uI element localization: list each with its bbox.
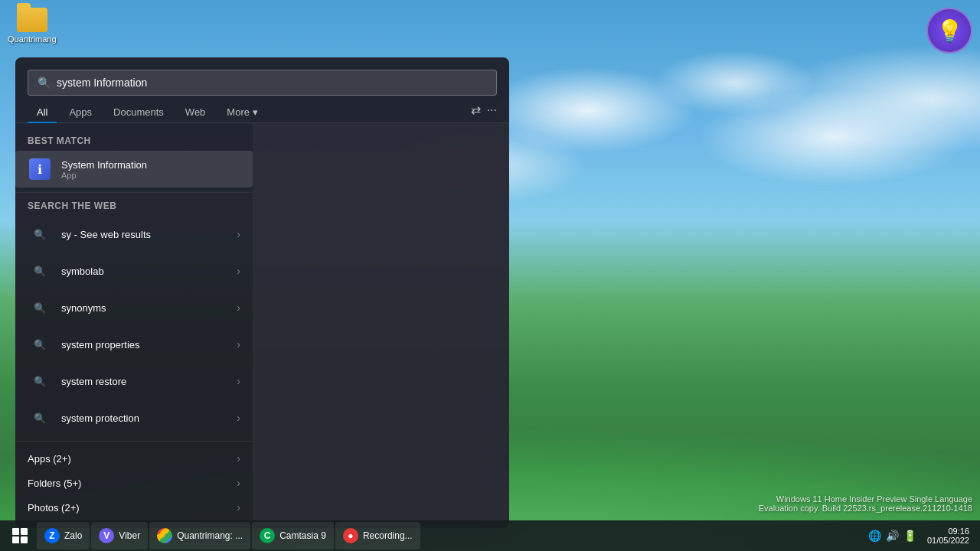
chevron-apps: › [237,452,240,465]
search-box[interactable]: 🔍 [28,70,497,96]
apps-label: Apps (2+) [28,453,227,465]
chevron-folders: › [237,477,240,489]
result-text-system-properties: system properties [61,339,227,350]
chevron-right-icon-3: › [237,302,240,314]
folder-label: Quantrimang [8,34,57,44]
camtasia-label: Camtasia 9 [279,530,326,541]
clock-time: 09:16 [948,527,969,536]
taskbar-app-chrome[interactable]: Quantrimang: ... [149,522,250,549]
divider-1 [15,192,253,193]
quantrimang-label: Quantrimang: ... [177,530,243,541]
battery-icon[interactable]: 🔋 [903,530,916,542]
windows-logo-icon [12,528,28,543]
result-text-synonyms: synonyms [61,302,227,314]
start-button[interactable] [6,522,34,549]
desktop-folder[interactable]: Quantrimang [8,8,57,44]
folders-category[interactable]: Folders (5+) › [15,471,253,495]
camtasia-icon: C [260,528,275,543]
more-options-icon[interactable]: ··· [487,103,497,117]
folders-label: Folders (5+) [28,478,227,489]
system-info-icon: ℹ [28,157,52,181]
search-icon: 🔍 [38,77,51,89]
web-search-icon-1: 🔍 [28,222,52,246]
chevron-right-icon-2: › [237,265,240,277]
search-input[interactable] [57,77,487,89]
os-line1: Windows 11 Home Insider Preview Single L… [759,494,972,504]
web-search-icon-4: 🔍 [28,332,52,357]
divider-2 [15,441,253,442]
result-text-system-info: System Information App [61,159,240,180]
result-synonyms[interactable]: 🔍 synonyms › [15,289,253,326]
best-match-label: Best match [15,132,253,151]
taskbar-app-recording[interactable]: ● Recording... [335,522,420,549]
chevron-right-icon-1: › [237,228,240,240]
results-left: Best match ℹ System Information App Sear… [15,123,253,528]
tab-all[interactable]: All [28,102,57,122]
recording-label: Recording... [363,530,413,541]
web-search-icon-6: 🔍 [28,406,52,430]
result-system-protection[interactable]: 🔍 system protection › [15,399,253,436]
clock[interactable]: 09:16 01/05/2022 [923,525,974,546]
taskbar-app-camtasia[interactable]: C Camtasia 9 [252,522,334,549]
os-info: Windows 11 Home Insider Preview Single L… [759,494,972,513]
os-line2: Evaluation copy. Build 22523.rs_prerelea… [759,504,972,513]
result-title-system-protection: system protection [61,412,227,424]
recording-icon: ● [343,528,358,543]
zalo-icon: Z [44,528,60,543]
result-title-system-restore: system restore [61,376,227,387]
system-tray: 🌐 🔊 🔋 [868,530,916,542]
chevron-right-icon-4: › [237,338,240,350]
network-icon[interactable]: 🌐 [868,530,881,542]
result-sy-web[interactable]: 🔍 sy - See web results › [15,216,253,253]
viber-icon: V [99,528,114,543]
tab-documents[interactable]: Documents [104,102,173,122]
result-text-system-protection: system protection [61,412,227,424]
clock-date: 01/05/2022 [927,536,969,545]
result-symbolab[interactable]: 🔍 symbolab › [15,253,253,289]
result-text-system-restore: system restore [61,376,227,387]
app-icon-img: ℹ [29,158,51,180]
tab-apps[interactable]: Apps [60,102,101,122]
result-title-system-info: System Information [61,159,240,171]
search-panel: 🔍 All Apps Documents Web More ▾ ⇄ ··· Be… [15,57,509,528]
result-title-synonyms: synonyms [61,302,227,314]
result-title-sy: sy - See web results [61,229,227,240]
result-system-information[interactable]: ℹ System Information App [15,151,253,187]
chrome-icon [157,528,172,543]
viber-label: Viber [119,530,140,541]
taskbar: Z Zalo V Viber Quantrimang: ... C Camtas… [0,520,980,551]
web-search-icon-2: 🔍 [28,259,52,283]
folder-icon [17,8,47,32]
result-text-sy: sy - See web results [61,229,227,240]
photos-label: Photos (2+) [28,502,227,514]
results-right-pane [253,123,509,528]
result-system-restore[interactable]: 🔍 system restore › [15,363,253,399]
apps-category[interactable]: Apps (2+) › [15,446,253,471]
taskbar-app-viber[interactable]: V Viber [91,522,148,549]
intel-graphics-icon[interactable]: 💡 [926,8,972,54]
tab-more[interactable]: More ▾ [217,102,266,122]
taskbar-right: 🌐 🔊 🔋 09:16 01/05/2022 [868,525,974,546]
volume-icon[interactable]: 🔊 [886,530,899,542]
zalo-label: Zalo [64,530,82,541]
chevron-photos: › [237,501,240,514]
result-system-properties[interactable]: 🔍 system properties › [15,326,253,363]
web-search-icon-5: 🔍 [28,369,52,393]
chevron-right-icon-6: › [237,412,240,424]
tabs-right: ⇄ ··· [471,103,497,122]
taskbar-app-zalo[interactable]: Z Zalo [37,522,90,549]
result-title-symbolab: symbolab [61,266,227,277]
result-text-symbolab: symbolab [61,266,227,277]
taskbar-apps: Z Zalo V Viber Quantrimang: ... C Camtas… [37,522,420,549]
photos-title: Photos (2+) [28,502,227,514]
share-icon[interactable]: ⇄ [471,103,481,117]
bulb-icon: 💡 [936,18,963,44]
result-title-system-properties: system properties [61,339,227,350]
photos-category[interactable]: Photos (2+) › [15,495,253,520]
result-subtitle-system-info: App [61,171,240,180]
chevron-right-icon-5: › [237,375,240,387]
search-results: Best match ℹ System Information App Sear… [15,123,509,528]
folders-title: Folders (5+) [28,478,227,489]
search-web-label: Search the web [15,197,253,216]
tab-web[interactable]: Web [176,102,215,122]
